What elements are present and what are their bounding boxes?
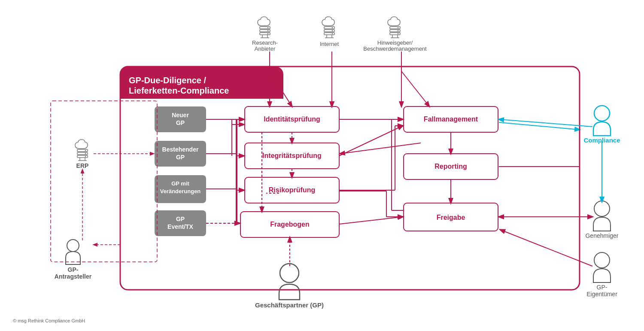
compliance-to-fall	[499, 119, 592, 127]
svg-point-39	[594, 252, 610, 268]
hinweis-to-fall	[401, 71, 429, 106]
svg-point-23	[398, 33, 398, 34]
svg-point-30	[85, 150, 86, 151]
identitaet-label: Identitätsprüfung	[264, 115, 320, 123]
gp-mit-label2: Veränderungen	[160, 188, 201, 194]
gp-event-label2: Event/TX	[167, 223, 194, 230]
internet-label: Internet	[320, 41, 339, 47]
svg-rect-11	[324, 33, 334, 35]
erp-icon: ERP	[75, 140, 88, 169]
svg-point-31	[85, 153, 86, 154]
bestehender-gp-label2: GP	[176, 154, 185, 161]
svg-point-36	[67, 240, 79, 252]
svg-point-40	[280, 264, 299, 282]
svg-rect-27	[77, 149, 88, 152]
svg-point-38	[594, 201, 610, 216]
svg-point-21	[398, 27, 398, 28]
main-title-line2: Lieferketten-Compliance	[129, 86, 229, 95]
svg-rect-18	[390, 27, 400, 29]
svg-rect-19	[390, 30, 400, 32]
internet-icon: Internet	[320, 17, 339, 47]
erp-label: ERP	[76, 162, 89, 169]
frag-to-freigabe	[339, 217, 403, 224]
svg-point-12	[332, 27, 333, 28]
svg-rect-0	[260, 27, 270, 29]
eigen-to-freigabe	[500, 230, 592, 266]
svg-point-14	[332, 33, 333, 34]
svg-rect-29	[77, 155, 88, 158]
bestehender-gp-label1: Bestehender	[162, 146, 199, 153]
compliance-icon: Compliance	[583, 106, 620, 144]
gp-antragsteller-icon: GP- Antragsteller	[55, 240, 92, 280]
gp-mit-label1: GP mit	[171, 180, 189, 187]
hinweis-label: Hinweisgeber/	[377, 39, 413, 46]
svg-point-3	[267, 27, 268, 28]
svg-point-32	[85, 156, 86, 157]
fall-to-integr	[340, 143, 421, 154]
outer-dashed-box	[51, 101, 157, 262]
svg-point-5	[267, 33, 268, 34]
integr-to-fall	[339, 126, 403, 156]
svg-rect-2	[260, 33, 270, 35]
genehmiger-label: Genehmiger	[585, 232, 618, 239]
neuer-gp-label1: Neuer	[172, 112, 189, 118]
genehmiger-icon: Genehmiger	[585, 201, 618, 239]
svg-rect-10	[324, 30, 334, 32]
svg-point-4	[267, 30, 268, 31]
fragebogen-label: Fragebogen	[270, 221, 310, 228]
neuer-gp-label2: GP	[176, 119, 185, 126]
gp-event-label1: GP	[176, 216, 185, 222]
fall-to-compliance	[499, 122, 580, 130]
gp-ant-label1: GP-	[68, 266, 79, 273]
integritaet-label: Integritätsprüfung	[262, 152, 322, 159]
gp-eigen-label2: Eigentümer	[586, 291, 617, 298]
gp-label: Geschäftspartner (GP)	[255, 301, 324, 309]
geschaeftspartner-icon: Geschäftspartner (GP)	[255, 264, 324, 309]
svg-point-13	[332, 30, 333, 31]
main-title-line1: GP-Due-Diligence /	[129, 76, 206, 85]
svg-rect-28	[77, 152, 88, 155]
svg-rect-9	[324, 27, 334, 29]
hinweisgeber-icon: Hinweisgeber/ Beschwerdemanagement	[363, 17, 427, 52]
svg-point-37	[594, 106, 610, 121]
hinweis-label2: Beschwerdemanagement	[363, 46, 427, 52]
risiko-label: Risikoprüfung	[269, 186, 315, 194]
freigabe-label: Freigabe	[437, 214, 465, 221]
research-label2: Anbieter	[255, 46, 276, 52]
copyright-text: © msg Rethink Compliance GmbH	[13, 318, 85, 323]
svg-rect-20	[390, 33, 400, 35]
gp-ant-label2: Antragsteller	[55, 273, 92, 280]
gp-eigentuemer-icon: GP- Eigentümer	[586, 252, 617, 298]
svg-rect-1	[260, 30, 270, 32]
research-label: Research-	[252, 39, 278, 46]
research-anbieter-icon: Research- Anbieter	[252, 17, 278, 52]
reporting-label: Reporting	[434, 163, 467, 170]
gp-eigen-label1: GP-	[597, 284, 608, 291]
fallmanagement-label: Fallmanagement	[424, 115, 478, 123]
svg-point-22	[398, 30, 398, 31]
